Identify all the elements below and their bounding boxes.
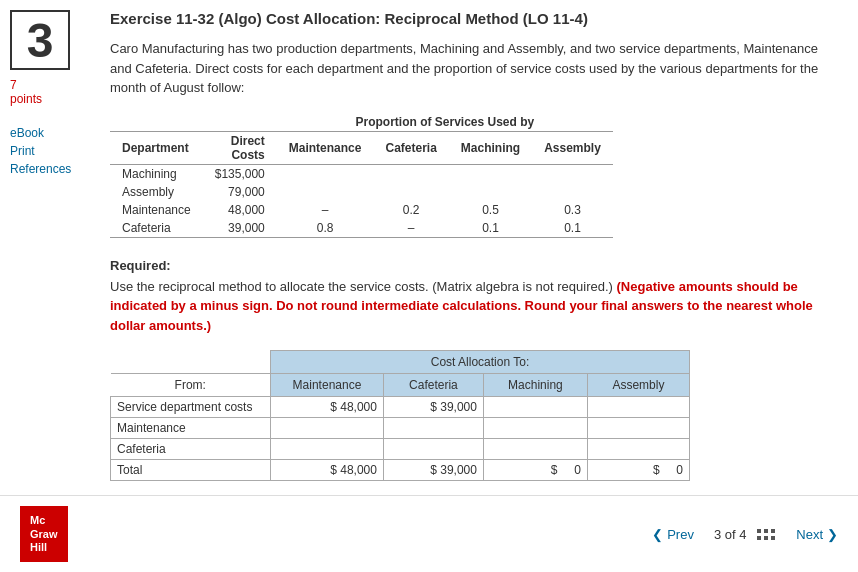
alloc-row-maintenance: Maintenance (111, 418, 690, 439)
service-mach-input[interactable] (484, 397, 587, 417)
info-table: Proportion of Services Used by Departmen… (110, 113, 613, 238)
page-container: 3 7 points eBook Print References Exerci… (0, 0, 858, 572)
maint-maint-input[interactable] (271, 418, 383, 438)
sidebar-links: eBook Print References (10, 126, 90, 176)
col-machining-header: Machining (483, 374, 587, 397)
alloc-row-service: Service department costs $ 48,000 $ 39,0… (111, 397, 690, 418)
points-value: points (10, 92, 90, 106)
exercise-title: Exercise 11-32 (Algo) Cost Allocation: R… (110, 10, 843, 27)
maint-mach-input[interactable] (484, 418, 587, 438)
service-assem-input[interactable] (588, 397, 689, 417)
maint-assem-input[interactable] (588, 418, 689, 438)
col-from: From: (111, 374, 271, 397)
cafe-maint-input[interactable] (271, 439, 383, 459)
cafe-assem-input[interactable] (588, 439, 689, 459)
col-header-assem: Assembly (532, 131, 613, 164)
cafe-mach-input[interactable] (484, 439, 587, 459)
question-number: 3 (10, 10, 70, 70)
allocation-table: Cost Allocation To: From: Maintenance Ca… (110, 350, 690, 481)
mcgraw-logo: Mc Graw Hill (20, 506, 68, 562)
alloc-row-total: Total $ 48,000 $ 39,000 $ 0 $ 0 (111, 460, 690, 481)
info-table-wrapper: Proportion of Services Used by Departmen… (110, 113, 843, 238)
col-header-maint: Maintenance (277, 131, 374, 164)
instruction-normal: Use the reciprocal method to allocate th… (110, 279, 613, 294)
table-row: Maintenance 48,000 – 0.2 0.5 0.3 (110, 201, 613, 219)
cafe-cafe-input[interactable] (384, 439, 483, 459)
next-button[interactable]: Next ❯ (796, 527, 838, 542)
allocation-table-wrapper: Cost Allocation To: From: Maintenance Ca… (110, 350, 843, 481)
col-header-cafe: Cafeteria (373, 131, 448, 164)
points-label: 7 (10, 78, 90, 92)
table-row: Machining $135,000 (110, 164, 613, 183)
col-assembly-header: Assembly (587, 374, 689, 397)
references-link[interactable]: References (10, 162, 90, 176)
alloc-row-cafeteria: Cafeteria (111, 439, 690, 460)
col-cafeteria-header: Cafeteria (383, 374, 483, 397)
col-header-dept: Department (110, 131, 203, 164)
main-content: 3 7 points eBook Print References Exerci… (0, 0, 858, 495)
instructions: Use the reciprocal method to allocate th… (110, 277, 843, 336)
prev-arrow-icon: ❮ (652, 527, 663, 542)
prev-label: Prev (667, 527, 694, 542)
col-header-cost: DirectCosts (203, 131, 277, 164)
next-arrow-icon: ❯ (827, 527, 838, 542)
print-link[interactable]: Print (10, 144, 90, 158)
next-label: Next (796, 527, 823, 542)
required-label: Required: (110, 258, 843, 273)
ebook-link[interactable]: eBook (10, 126, 90, 140)
problem-text: Caro Manufacturing has two production de… (110, 39, 843, 98)
footer: Mc Graw Hill ❮ Prev 3 of 4 Next ❯ (0, 495, 858, 572)
col-header-mach: Machining (449, 131, 532, 164)
prev-button[interactable]: ❮ Prev (652, 527, 694, 542)
table-row: Assembly 79,000 (110, 183, 613, 201)
proportion-header: Proportion of Services Used by (277, 113, 613, 132)
from-header (111, 351, 271, 374)
left-sidebar: 3 7 points eBook Print References (0, 0, 100, 495)
content-area: Exercise 11-32 (Algo) Cost Allocation: R… (100, 0, 858, 495)
maint-cafe-input[interactable] (384, 418, 483, 438)
page-info: 3 of 4 (714, 527, 776, 542)
required-section: Required: Use the reciprocal method to a… (110, 258, 843, 336)
col-maintenance-header: Maintenance (271, 374, 384, 397)
table-row: Cafeteria 39,000 0.8 – 0.1 0.1 (110, 219, 613, 238)
grid-icon (757, 529, 776, 541)
cost-alloc-header: Cost Allocation To: (271, 351, 690, 374)
